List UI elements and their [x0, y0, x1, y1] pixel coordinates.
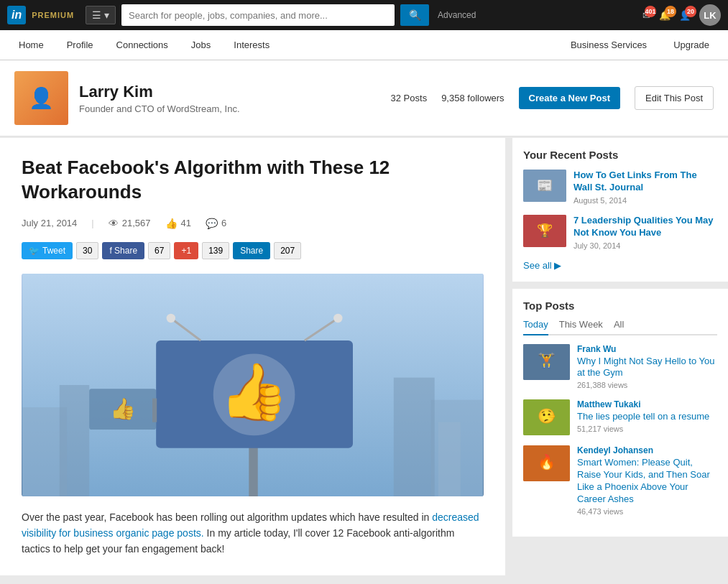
recent-post-thumb-1: 📰	[523, 170, 566, 202]
top-post-title-1[interactable]: Why I Might Not Say Hello to You at the …	[577, 356, 717, 380]
advanced-search-link[interactable]: Advanced	[438, 10, 476, 20]
top-post-text-2: Matthew Tukaki The lies people tell on a…	[577, 399, 709, 433]
article-title: Beat Facebook's Algorithm with These 12 …	[22, 156, 484, 205]
nav-home[interactable]: Home	[7, 30, 55, 60]
svg-text:👍: 👍	[110, 397, 137, 422]
nav-profile[interactable]: Profile	[55, 30, 105, 60]
avatar[interactable]: LK	[699, 4, 721, 26]
article-panel: Beat Facebook's Algorithm with These 12 …	[0, 138, 505, 575]
top-post-item-3: 🔥 Kendeyl Johansen Smart Women: Please Q…	[523, 445, 717, 516]
svg-point-14	[167, 313, 175, 322]
recent-posts-title: Your Recent Posts	[523, 149, 717, 161]
tab-this-week[interactable]: This Week	[559, 319, 603, 334]
svg-text:🤥: 🤥	[538, 407, 556, 425]
followers-count: 9,358 followers	[441, 93, 504, 103]
facebook-share-button[interactable]: f Share	[102, 242, 144, 259]
top-post-author-3: Kendeyl Johansen	[577, 445, 717, 455]
tab-all[interactable]: All	[614, 319, 624, 334]
avatar-placeholder: 👤	[14, 71, 68, 125]
secondary-navigation: Home Profile Connections Jobs Interests …	[0, 30, 728, 60]
top-post-views-1: 261,388 views	[577, 381, 717, 389]
top-post-title-3[interactable]: Smart Women: Please Quit, Raise Your Kid…	[577, 457, 717, 506]
profile-header: 👤 Larry Kim Founder and CTO of WordStrea…	[0, 60, 728, 136]
top-posts-title: Top Posts	[523, 300, 717, 312]
article-views: 👁 21,567	[109, 218, 151, 229]
article-hero-image: 👍 👍	[22, 274, 484, 496]
top-post-thumb-2: 🤥	[523, 399, 570, 435]
edit-post-button[interactable]: Edit This Post	[635, 86, 714, 110]
nav-upgrade[interactable]: Upgrade	[662, 30, 721, 60]
profile-name: Larry Kim	[79, 83, 380, 101]
svg-text:🔥: 🔥	[538, 453, 556, 471]
svg-rect-2	[60, 385, 89, 496]
profile-info: Larry Kim Founder and CTO of WordStream,…	[79, 83, 380, 114]
gplus-count: 139	[202, 242, 229, 259]
hamburger-menu-button[interactable]: ☰ ▾	[86, 6, 116, 24]
article-likes: 👍 41	[165, 218, 191, 229]
top-post-author-2: Matthew Tukaki	[577, 399, 709, 409]
tweet-bird-icon: 🐦	[29, 246, 40, 256]
recent-post-text-2: 7 Leadership Qualities You May Not Know …	[573, 215, 717, 250]
premium-label: PREMIUM	[32, 11, 74, 19]
nav-icons: ✉ 401 🔔 18 👤 20 LK	[642, 4, 721, 26]
nav-interests[interactable]: Interests	[222, 30, 281, 60]
top-post-item-1: 🏋 Frank Wu Why I Might Not Say Hello to …	[523, 344, 717, 390]
top-post-title-2[interactable]: The lies people tell on a resume	[577, 411, 709, 423]
secondary-nav-right: Business Services Upgrade	[559, 30, 721, 60]
top-post-views-2: 51,217 views	[577, 425, 709, 433]
nav-business-services[interactable]: Business Services	[559, 30, 658, 60]
create-post-button[interactable]: Create a New Post	[519, 87, 620, 109]
recent-post-item-1: 📰 How To Get Links From The Wall St. Jou…	[523, 170, 717, 205]
top-post-author-1: Frank Wu	[577, 344, 717, 354]
recent-post-text-1: How To Get Links From The Wall St. Journ…	[573, 170, 717, 205]
recent-post-date-2: July 30, 2014	[573, 241, 717, 250]
nav-jobs[interactable]: Jobs	[180, 30, 222, 60]
linkedin-logo[interactable]: in	[7, 6, 26, 24]
connections-icon-button[interactable]: 👤 20	[679, 10, 691, 21]
top-post-thumb-3: 🔥	[523, 445, 570, 481]
fb-share-count: 67	[148, 242, 170, 259]
top-posts-tabs: Today This Week All	[523, 319, 717, 335]
recent-post-title-2[interactable]: 7 Leadership Qualities You May Not Know …	[573, 215, 717, 239]
search-button[interactable]: 🔍	[400, 4, 429, 26]
tweet-button[interactable]: 🐦 Tweet	[22, 242, 73, 259]
top-post-views-3: 46,473 views	[577, 507, 717, 516]
linkedin-share-button[interactable]: Share	[233, 242, 270, 259]
profile-title: Founder and CTO of WordStream, Inc.	[79, 103, 380, 114]
likes-icon: 👍	[165, 218, 178, 229]
svg-text:📰: 📰	[537, 177, 553, 193]
see-all-link[interactable]: See all ▶	[523, 260, 717, 271]
article-body-text-1: Over the past year, Facebook has been ro…	[22, 511, 432, 523]
profile-stats: 32 Posts 9,358 followers Create a New Po…	[391, 86, 714, 110]
svg-rect-12	[152, 398, 157, 422]
tab-today[interactable]: Today	[523, 319, 548, 335]
top-post-text-3: Kendeyl Johansen Smart Women: Please Qui…	[577, 445, 717, 516]
alert-badge: 18	[665, 6, 676, 17]
recent-posts-card: Your Recent Posts 📰 How To Get Links Fro…	[512, 138, 728, 282]
views-icon: 👁	[109, 218, 119, 229]
top-post-item-2: 🤥 Matthew Tukaki The lies people tell on…	[523, 399, 717, 435]
tweet-count: 30	[76, 242, 98, 259]
alert-icon-button[interactable]: 🔔 18	[659, 10, 671, 21]
recent-post-title-1[interactable]: How To Get Links From The Wall St. Journ…	[573, 170, 717, 194]
connections-badge: 20	[685, 6, 696, 17]
posts-count: 32 Posts	[391, 93, 428, 103]
svg-rect-4	[394, 377, 435, 496]
top-navigation: in PREMIUM ☰ ▾ 🔍 Advanced ✉ 401 🔔 18 👤 2…	[0, 0, 728, 30]
nav-connections[interactable]: Connections	[105, 30, 180, 60]
mail-icon-button[interactable]: ✉ 401	[642, 10, 650, 21]
search-input[interactable]	[121, 4, 395, 26]
article-meta: July 21, 2014 | 👁 21,567 👍 41 💬 6	[22, 218, 484, 229]
recent-post-thumb-2: 🏆	[523, 215, 566, 247]
sidebar: Your Recent Posts 📰 How To Get Links Fro…	[512, 138, 728, 575]
gplus-share-button[interactable]: +1	[174, 242, 198, 259]
article-date: July 21, 2014	[22, 218, 77, 228]
comments-icon: 💬	[206, 218, 218, 229]
svg-text:🏋: 🏋	[538, 352, 556, 369]
article-body: Over the past year, Facebook has been ro…	[22, 509, 484, 557]
svg-rect-5	[438, 422, 461, 496]
recent-post-item-2: 🏆 7 Leadership Qualities You May Not Kno…	[523, 215, 717, 250]
chevron-right-icon: ▶	[554, 260, 561, 271]
linkedin-share-count: 207	[274, 242, 301, 259]
top-post-thumb-1: 🏋	[523, 344, 570, 380]
